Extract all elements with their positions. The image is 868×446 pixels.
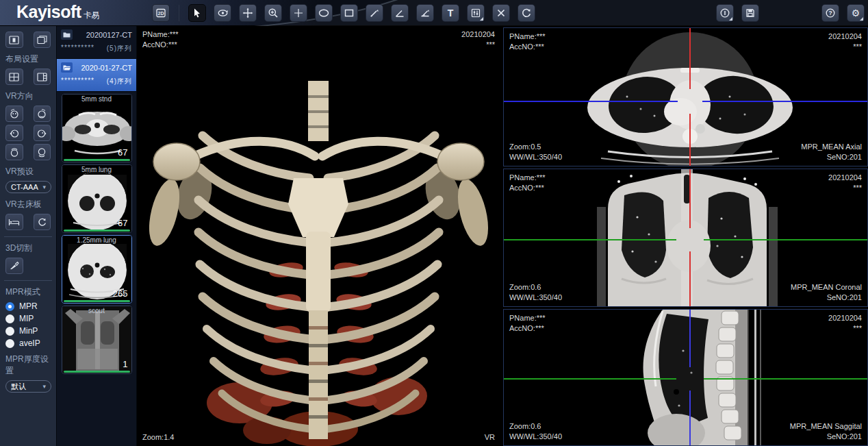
layout-1plus3-button[interactable] bbox=[34, 69, 51, 85]
vr-dir-posterior-button[interactable] bbox=[34, 106, 51, 122]
save-button[interactable] bbox=[741, 4, 759, 22]
remove-bed-button[interactable] bbox=[5, 214, 23, 230]
reset-tool-button[interactable] bbox=[518, 4, 535, 22]
coronal-hline-left[interactable] bbox=[504, 239, 676, 240]
top-toolbar: Kayisoft卡易 2D bbox=[0, 0, 868, 26]
layout-stack-icon bbox=[37, 36, 47, 45]
open-folder-icon bbox=[61, 62, 73, 73]
mpr-coronal-viewport[interactable]: PName:*** AccNO:*** 20210204 *** Zoom:0.… bbox=[503, 169, 868, 307]
delete-tool-button[interactable] bbox=[492, 4, 510, 22]
vr-viewport[interactable]: PName:*** AccNO:*** 20210204 *** Zoom:1.… bbox=[137, 26, 500, 446]
rotate-3d-tool-button[interactable] bbox=[214, 4, 231, 22]
sidebar-divider bbox=[4, 280, 52, 281]
angle-tool-button[interactable] bbox=[391, 4, 409, 22]
crosshair-icon bbox=[293, 8, 304, 18]
layout-preset-button[interactable] bbox=[34, 32, 51, 48]
vr-volume-render bbox=[137, 26, 500, 446]
mpr-mode-option-mpr[interactable]: MPR bbox=[5, 301, 51, 311]
svg-text:2D: 2D bbox=[158, 11, 164, 16]
brand-suffix-text: 卡易 bbox=[84, 10, 99, 20]
mpr-sagittal-viewport[interactable]: PName:*** AccNO:*** 20210204 *** Zoom:0.… bbox=[503, 309, 868, 446]
view-type-label: VR bbox=[485, 432, 495, 443]
help-icon: ? bbox=[825, 8, 836, 18]
masked-value: *** bbox=[828, 323, 862, 334]
thumbnail-image-count: 1 bbox=[123, 359, 127, 369]
pointer-tool-button[interactable] bbox=[188, 4, 206, 22]
vr-study-overlay: 20210204 *** bbox=[461, 29, 495, 50]
window-level-tool-button[interactable] bbox=[467, 4, 485, 22]
cobb-angle-tool-button[interactable] bbox=[416, 4, 434, 22]
vr-preset-label: VR预设 bbox=[5, 166, 51, 177]
coronal-hline-right[interactable] bbox=[704, 239, 867, 240]
thumbnail-progress-bar bbox=[64, 371, 130, 373]
thumbnail-label: 5mm lung bbox=[62, 166, 131, 173]
settings-button[interactable]: ⚙ bbox=[847, 4, 865, 22]
vr-dir-inferior-button[interactable] bbox=[34, 144, 51, 160]
sagittal-hline-left[interactable] bbox=[504, 378, 676, 380]
mpr-patient-overlay: PName:*** AccNO:*** bbox=[509, 173, 546, 193]
info-button[interactable] bbox=[716, 4, 734, 22]
mpr-mode-option-minp[interactable]: MinP bbox=[5, 326, 51, 336]
coronal-vline-bottom[interactable] bbox=[689, 251, 691, 306]
vr-dir-superior-button[interactable] bbox=[5, 144, 23, 160]
mpr-mode-option-label: MPR bbox=[19, 301, 38, 311]
accession-number: AccNO:*** bbox=[509, 183, 546, 193]
2d-view-button[interactable]: 2D bbox=[152, 4, 170, 22]
axial-vline-top[interactable] bbox=[689, 28, 691, 89]
series-thumbnail-5mm-stnd[interactable]: 5mm stnd 67 bbox=[62, 94, 132, 162]
thumbnail-label: 5mm stnd bbox=[62, 95, 131, 103]
mpr-zoom-overlay: Zoom:0.6 WW/WL:350/40 bbox=[509, 282, 562, 303]
thumbnail-label: scout bbox=[62, 307, 131, 314]
ellipse-icon bbox=[318, 8, 330, 18]
help-button[interactable]: ? bbox=[821, 4, 839, 22]
sagittal-hline-right[interactable] bbox=[704, 378, 867, 380]
pan-tool-button[interactable] bbox=[239, 4, 257, 22]
toolbar-far-right-group: ? ⚙ bbox=[821, 4, 865, 22]
locate-tool-button[interactable] bbox=[290, 4, 307, 22]
sagittal-vline-bottom[interactable] bbox=[689, 391, 691, 445]
2d-icon: 2D bbox=[155, 8, 166, 18]
pencil-icon bbox=[369, 8, 380, 18]
scalpel-button[interactable] bbox=[5, 258, 23, 274]
vr-dir-right-button[interactable] bbox=[34, 125, 51, 141]
series-number: SeNO:201 bbox=[801, 152, 862, 162]
head-top-icon bbox=[9, 147, 20, 158]
mpr-mode-option-aveip[interactable]: aveIP bbox=[5, 338, 51, 348]
mpr-thickness-value: 默认 bbox=[11, 382, 26, 392]
study-item-selected[interactable]: 2020-01-27-CT ********** (4)序列 bbox=[57, 59, 136, 92]
zoom-tool-button[interactable] bbox=[264, 4, 282, 22]
vr-dir-left-button[interactable] bbox=[5, 125, 23, 141]
series-thumbnail-125mm-lung[interactable]: 1.25mm lung 265 bbox=[62, 235, 132, 303]
rectangle-tool-button[interactable] bbox=[340, 4, 358, 22]
vr-dir-anterior-button[interactable] bbox=[5, 106, 23, 122]
sagittal-vline-top[interactable] bbox=[689, 310, 691, 367]
zoom-factor: Zoom:0.6 bbox=[509, 282, 562, 293]
radio-icon bbox=[5, 327, 14, 336]
axial-hline-right[interactable] bbox=[702, 101, 867, 102]
coronal-vline-top[interactable] bbox=[689, 169, 691, 228]
study-series-count: (4)序列 bbox=[107, 77, 132, 86]
patient-name: PName:*** bbox=[142, 29, 179, 40]
mpr-zoom-overlay: Zoom:0.5 WW/WL:350/40 bbox=[509, 142, 562, 162]
mpr-axial-viewport[interactable]: PName:*** AccNO:*** 20210204 *** Zoom:0.… bbox=[503, 27, 868, 166]
study-date: 20210204 bbox=[828, 313, 862, 323]
series-thumbnail-scout[interactable]: scout 1 bbox=[62, 306, 132, 374]
axial-vline-bottom[interactable] bbox=[689, 114, 691, 166]
thumbnail-progress-bar bbox=[64, 159, 130, 161]
study-item[interactable]: 20200127-CT ********** (5)序列 bbox=[57, 26, 136, 59]
window-level-value: WW/WL:350/40 bbox=[509, 432, 562, 442]
axial-hline-left[interactable] bbox=[504, 101, 678, 102]
accession-number: AccNO:*** bbox=[509, 42, 546, 52]
sidebar-divider bbox=[4, 236, 52, 237]
radio-icon bbox=[5, 314, 14, 323]
layout-2x2-button[interactable] bbox=[5, 69, 23, 85]
layout-1x1-button[interactable] bbox=[5, 32, 23, 48]
line-measure-tool-button[interactable] bbox=[366, 4, 383, 22]
text-tool-button[interactable]: T bbox=[442, 4, 459, 22]
series-thumbnail-5mm-lung[interactable]: 5mm lung 67 bbox=[62, 164, 132, 233]
mpr-mode-option-mip[interactable]: MIP bbox=[5, 314, 51, 323]
bed-reset-button[interactable] bbox=[34, 214, 51, 230]
vr-preset-select[interactable]: CT-AAA ▾ bbox=[5, 181, 51, 193]
mpr-thickness-select[interactable]: 默认 ▾ bbox=[5, 380, 51, 393]
ellipse-tool-button[interactable] bbox=[315, 4, 333, 22]
